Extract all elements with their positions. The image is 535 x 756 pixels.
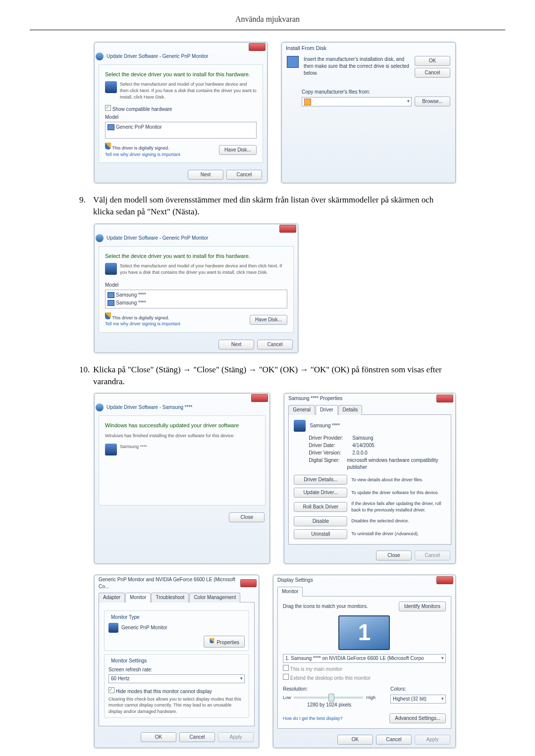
update-driver-button[interactable]: Update Driver... (294, 488, 347, 498)
titlebar (95, 224, 298, 233)
version-value: 2.0.0.0 (352, 450, 368, 456)
device-icon (108, 623, 118, 633)
uninstall-desc: To uninstall the driver (Advanced). (351, 531, 446, 537)
install-from-disk-dialog: Install From Disk Insert the manufacture… (281, 42, 456, 183)
provider-label: Driver Provider: (309, 435, 352, 442)
monitor-icon (107, 300, 114, 306)
rollback-button[interactable]: Roll Back Driver (294, 502, 347, 512)
hide-modes-checkbox[interactable] (108, 687, 114, 693)
dialog-title: Select the device driver you want to ins… (105, 71, 257, 78)
breadcrumb: Update Driver Software - Generic PnP Mon… (107, 235, 208, 242)
extend-label: Extend the desktop onto this monitor (290, 675, 371, 681)
close-icon[interactable] (279, 225, 296, 233)
copy-label: Copy manufacturer's files from: (302, 89, 450, 96)
titlebar (95, 43, 267, 51)
cancel-button[interactable]: Cancel (226, 170, 262, 180)
compat-label: Show compatible hardware (112, 106, 172, 112)
slider-high: High (366, 695, 375, 701)
apply-button: Apply (415, 735, 450, 745)
monitor-type-label: Monitor Type (109, 614, 141, 621)
monitor-combo[interactable]: 1. Samsung **** on NVIDIA GeForce 6600 L… (283, 654, 446, 663)
step-text: Välj den modell som överensstämmer med d… (93, 194, 456, 218)
compat-checkbox[interactable] (105, 105, 111, 111)
driver-details-button[interactable]: Driver Details... (294, 475, 347, 485)
back-icon[interactable] (96, 403, 104, 411)
have-disk-button[interactable]: Have Disk... (250, 315, 287, 325)
rollback-desc: If the device fails after updating the d… (351, 501, 446, 513)
colors-label: Colors: (390, 686, 446, 693)
close-icon[interactable] (249, 43, 266, 51)
tab-general[interactable]: General (288, 405, 315, 415)
tab-monitor[interactable]: Monitor (277, 587, 303, 597)
next-button[interactable]: Next (188, 170, 223, 180)
date-value: 4/14/2005 (352, 442, 374, 449)
cancel-button[interactable]: Cancel (179, 732, 215, 742)
refresh-combo[interactable]: 60 Hertz (108, 674, 245, 683)
monitor-icon (107, 124, 114, 130)
disable-button[interactable]: Disable (294, 516, 347, 526)
date-label: Driver Date: (309, 442, 352, 449)
properties-button[interactable]: Properties (204, 636, 245, 648)
hide-modes-label: Hide modes that this monitor cannot disp… (116, 689, 212, 694)
model-header: Model (105, 282, 287, 289)
model-item[interactable]: Samsung **** (116, 300, 146, 306)
model-item[interactable]: Generic PnP Monitor (116, 124, 162, 131)
dialog-title: Install From Disk (282, 43, 455, 53)
model-listbox[interactable]: Samsung **** Samsung **** (105, 290, 287, 308)
tab-adapter[interactable]: Adapter (99, 593, 125, 603)
breadcrumb: Update Driver Software - Samsung **** (107, 404, 192, 411)
window-title: Display Settings (277, 577, 313, 584)
display-settings-dialog: Display Settings Monitor Drag the icons … (273, 575, 456, 749)
back-icon[interactable] (96, 234, 104, 242)
instruction-text: Select the manufacturer and model of you… (120, 263, 287, 275)
device-name: Samsung **** (310, 422, 340, 429)
close-button[interactable]: Close (229, 512, 265, 522)
cancel-button[interactable]: Cancel (376, 735, 412, 745)
close-icon[interactable] (436, 576, 453, 584)
tab-details[interactable]: Details (338, 405, 363, 415)
device-name: Samsung **** (120, 444, 147, 450)
close-icon[interactable] (240, 579, 257, 587)
cancel-button[interactable]: Cancel (257, 340, 293, 350)
colors-combo[interactable]: Highest (32 bit) (390, 695, 446, 704)
have-disk-button[interactable]: Have Disk... (219, 145, 257, 155)
step-number: 10. (79, 364, 93, 388)
update-driver-dialog-2: Update Driver Software - Generic PnP Mon… (94, 224, 298, 353)
monitor-tile-1[interactable]: 1 (338, 615, 390, 650)
resolution-label: Resolution: (283, 686, 375, 693)
close-icon[interactable] (436, 395, 453, 403)
identify-button[interactable]: Identify Monitors (399, 602, 446, 611)
slider-low: Low (283, 695, 291, 701)
ok-button[interactable]: OK (337, 735, 373, 745)
cancel-button[interactable]: Cancel (415, 68, 450, 78)
close-button[interactable]: Close (376, 551, 412, 560)
apply-button: Apply (218, 732, 254, 742)
ok-button[interactable]: OK (141, 732, 176, 742)
tab-troubleshoot[interactable]: Troubleshoot (151, 593, 189, 603)
shield-icon (105, 143, 111, 150)
browse-button[interactable]: Browse... (415, 97, 450, 106)
best-display-link[interactable]: How do I get the best display? (283, 715, 343, 722)
main-monitor-checkbox (283, 665, 289, 671)
signing-link[interactable]: Tell me why driver signing is important (105, 321, 180, 327)
advanced-button[interactable]: Advanced Settings... (389, 713, 446, 723)
model-listbox[interactable]: Generic PnP Monitor (105, 122, 257, 139)
close-icon[interactable] (251, 394, 268, 402)
monitor-properties-dialog: Generic PnP Monitor and NVIDIA GeForce 6… (94, 575, 259, 749)
tab-colormgmt[interactable]: Color Management (189, 593, 240, 603)
tab-driver[interactable]: Driver (316, 405, 338, 415)
path-combo[interactable] (302, 97, 412, 106)
ok-button[interactable]: OK (415, 56, 450, 66)
resolution-slider[interactable] (294, 697, 363, 699)
drag-label: Drag the icons to match your monitors. (283, 603, 368, 610)
shield-icon (105, 312, 111, 319)
page-header: Använda mjukvaran (30, 15, 505, 24)
signing-link[interactable]: Tell me why driver signing is important (105, 151, 180, 158)
uninstall-button[interactable]: Uninstall (294, 529, 347, 539)
next-button[interactable]: Next (218, 340, 254, 350)
model-item[interactable]: Samsung **** (116, 292, 146, 299)
tab-monitor[interactable]: Monitor (125, 593, 151, 603)
provider-value: Samsung (352, 435, 373, 442)
back-icon[interactable] (96, 52, 104, 60)
update-driver-desc: To update the driver software for this d… (351, 490, 446, 496)
